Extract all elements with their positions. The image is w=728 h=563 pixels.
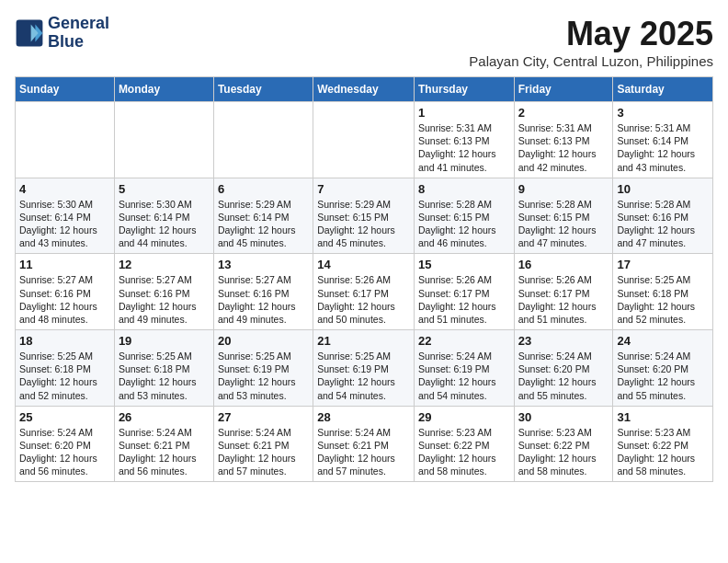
day-number: 18: [19, 334, 110, 348]
calendar-cell: 22Sunrise: 5:24 AM Sunset: 6:19 PM Dayli…: [414, 330, 514, 407]
calendar-week-row: 25Sunrise: 5:24 AM Sunset: 6:20 PM Dayli…: [16, 406, 713, 482]
title-area: May 2025 Palayan City, Central Luzon, Ph…: [469, 15, 713, 69]
calendar-cell: 30Sunrise: 5:23 AM Sunset: 6:22 PM Dayli…: [514, 406, 613, 482]
day-number: 15: [418, 258, 510, 271]
calendar-cell: 6Sunrise: 5:29 AM Sunset: 6:14 PM Daylig…: [213, 178, 313, 254]
day-info: Sunrise: 5:27 AM Sunset: 6:16 PM Dayligh…: [19, 273, 110, 326]
weekday-header-monday: Monday: [114, 77, 213, 102]
calendar-cell: 10Sunrise: 5:28 AM Sunset: 6:16 PM Dayli…: [613, 178, 713, 254]
day-number: 11: [19, 258, 110, 271]
calendar-cell: [313, 102, 415, 178]
logo-line1: General: [48, 15, 109, 33]
day-info: Sunrise: 5:30 AM Sunset: 6:14 PM Dayligh…: [119, 198, 210, 250]
calendar-cell: 26Sunrise: 5:24 AM Sunset: 6:21 PM Dayli…: [114, 406, 213, 482]
day-number: 7: [317, 182, 410, 196]
day-number: 14: [317, 258, 410, 271]
day-info: Sunrise: 5:31 AM Sunset: 6:14 PM Dayligh…: [617, 121, 709, 174]
day-info: Sunrise: 5:31 AM Sunset: 6:13 PM Dayligh…: [418, 121, 510, 174]
day-info: Sunrise: 5:24 AM Sunset: 6:19 PM Dayligh…: [418, 350, 510, 402]
day-info: Sunrise: 5:31 AM Sunset: 6:13 PM Dayligh…: [518, 121, 609, 174]
day-number: 6: [218, 182, 309, 196]
calendar-cell: [213, 102, 313, 178]
weekday-header-thursday: Thursday: [414, 77, 514, 102]
day-number: 8: [418, 182, 510, 196]
calendar-cell: 11Sunrise: 5:27 AM Sunset: 6:16 PM Dayli…: [16, 254, 115, 330]
calendar-cell: 16Sunrise: 5:26 AM Sunset: 6:17 PM Dayli…: [514, 254, 613, 330]
day-info: Sunrise: 5:23 AM Sunset: 6:22 PM Dayligh…: [518, 426, 609, 478]
calendar-cell: 18Sunrise: 5:25 AM Sunset: 6:18 PM Dayli…: [16, 330, 115, 407]
day-info: Sunrise: 5:25 AM Sunset: 6:19 PM Dayligh…: [218, 350, 309, 402]
calendar-cell: 20Sunrise: 5:25 AM Sunset: 6:19 PM Dayli…: [213, 330, 313, 407]
calendar-week-row: 18Sunrise: 5:25 AM Sunset: 6:18 PM Dayli…: [16, 330, 713, 407]
day-info: Sunrise: 5:29 AM Sunset: 6:15 PM Dayligh…: [317, 198, 410, 250]
calendar-header-row: SundayMondayTuesdayWednesdayThursdayFrid…: [16, 77, 713, 102]
day-info: Sunrise: 5:25 AM Sunset: 6:19 PM Dayligh…: [317, 350, 410, 402]
day-info: Sunrise: 5:24 AM Sunset: 6:21 PM Dayligh…: [317, 426, 410, 478]
day-info: Sunrise: 5:26 AM Sunset: 6:17 PM Dayligh…: [518, 273, 609, 326]
day-info: Sunrise: 5:28 AM Sunset: 6:15 PM Dayligh…: [418, 198, 510, 250]
location: Palayan City, Central Luzon, Philippines: [469, 53, 713, 69]
day-number: 9: [518, 182, 609, 196]
day-info: Sunrise: 5:28 AM Sunset: 6:15 PM Dayligh…: [518, 198, 609, 250]
day-number: 28: [317, 410, 410, 424]
day-number: 23: [518, 334, 609, 348]
calendar-cell: 13Sunrise: 5:27 AM Sunset: 6:16 PM Dayli…: [213, 254, 313, 330]
day-number: 27: [218, 410, 309, 424]
day-info: Sunrise: 5:27 AM Sunset: 6:16 PM Dayligh…: [218, 273, 309, 326]
page-header: General Blue May 2025 Palayan City, Cent…: [15, 15, 713, 69]
calendar-cell: 24Sunrise: 5:24 AM Sunset: 6:20 PM Dayli…: [613, 330, 713, 407]
day-info: Sunrise: 5:25 AM Sunset: 6:18 PM Dayligh…: [119, 350, 210, 402]
day-number: 10: [617, 182, 709, 196]
day-info: Sunrise: 5:28 AM Sunset: 6:16 PM Dayligh…: [617, 198, 709, 250]
month-title: May 2025: [469, 15, 713, 53]
calendar-cell: 4Sunrise: 5:30 AM Sunset: 6:14 PM Daylig…: [16, 178, 115, 254]
day-info: Sunrise: 5:24 AM Sunset: 6:20 PM Dayligh…: [19, 426, 110, 478]
day-number: 29: [418, 410, 510, 424]
calendar-table: SundayMondayTuesdayWednesdayThursdayFrid…: [15, 76, 713, 482]
calendar-cell: 9Sunrise: 5:28 AM Sunset: 6:15 PM Daylig…: [514, 178, 613, 254]
weekday-header-friday: Friday: [514, 77, 613, 102]
calendar-cell: 15Sunrise: 5:26 AM Sunset: 6:17 PM Dayli…: [414, 254, 514, 330]
day-info: Sunrise: 5:25 AM Sunset: 6:18 PM Dayligh…: [617, 273, 709, 326]
day-info: Sunrise: 5:24 AM Sunset: 6:21 PM Dayligh…: [119, 426, 210, 478]
calendar-cell: 27Sunrise: 5:24 AM Sunset: 6:21 PM Dayli…: [213, 406, 313, 482]
day-info: Sunrise: 5:24 AM Sunset: 6:20 PM Dayligh…: [617, 350, 709, 402]
day-info: Sunrise: 5:23 AM Sunset: 6:22 PM Dayligh…: [418, 426, 510, 478]
day-info: Sunrise: 5:27 AM Sunset: 6:16 PM Dayligh…: [119, 273, 210, 326]
day-number: 5: [119, 182, 210, 196]
weekday-header-sunday: Sunday: [16, 77, 115, 102]
day-info: Sunrise: 5:26 AM Sunset: 6:17 PM Dayligh…: [317, 273, 410, 326]
day-info: Sunrise: 5:26 AM Sunset: 6:17 PM Dayligh…: [418, 273, 510, 326]
day-info: Sunrise: 5:25 AM Sunset: 6:18 PM Dayligh…: [19, 350, 110, 402]
day-number: 24: [617, 334, 709, 348]
day-number: 20: [218, 334, 309, 348]
calendar-cell: 23Sunrise: 5:24 AM Sunset: 6:20 PM Dayli…: [514, 330, 613, 407]
day-number: 22: [418, 334, 510, 348]
day-number: 3: [617, 106, 709, 120]
day-info: Sunrise: 5:24 AM Sunset: 6:21 PM Dayligh…: [218, 426, 309, 478]
day-number: 21: [317, 334, 410, 348]
calendar-cell: 1Sunrise: 5:31 AM Sunset: 6:13 PM Daylig…: [414, 102, 514, 178]
day-info: Sunrise: 5:30 AM Sunset: 6:14 PM Dayligh…: [19, 198, 110, 250]
day-info: Sunrise: 5:29 AM Sunset: 6:14 PM Dayligh…: [218, 198, 309, 250]
calendar-cell: 12Sunrise: 5:27 AM Sunset: 6:16 PM Dayli…: [114, 254, 213, 330]
calendar-cell: 7Sunrise: 5:29 AM Sunset: 6:15 PM Daylig…: [313, 178, 415, 254]
calendar-cell: 17Sunrise: 5:25 AM Sunset: 6:18 PM Dayli…: [613, 254, 713, 330]
calendar-cell: 28Sunrise: 5:24 AM Sunset: 6:21 PM Dayli…: [313, 406, 415, 482]
calendar-cell: 5Sunrise: 5:30 AM Sunset: 6:14 PM Daylig…: [114, 178, 213, 254]
day-info: Sunrise: 5:23 AM Sunset: 6:22 PM Dayligh…: [617, 426, 709, 478]
logo: General Blue: [15, 15, 109, 52]
logo-line2: Blue: [48, 33, 109, 52]
day-number: 16: [518, 258, 609, 271]
day-number: 1: [418, 106, 510, 120]
weekday-header-saturday: Saturday: [613, 77, 713, 102]
calendar-cell: 29Sunrise: 5:23 AM Sunset: 6:22 PM Dayli…: [414, 406, 514, 482]
calendar-cell: 14Sunrise: 5:26 AM Sunset: 6:17 PM Dayli…: [313, 254, 415, 330]
weekday-header-tuesday: Tuesday: [213, 77, 313, 102]
calendar-cell: 8Sunrise: 5:28 AM Sunset: 6:15 PM Daylig…: [414, 178, 514, 254]
calendar-cell: [114, 102, 213, 178]
calendar-week-row: 11Sunrise: 5:27 AM Sunset: 6:16 PM Dayli…: [16, 254, 713, 330]
day-number: 19: [119, 334, 210, 348]
calendar-cell: 21Sunrise: 5:25 AM Sunset: 6:19 PM Dayli…: [313, 330, 415, 407]
calendar-cell: [16, 102, 115, 178]
